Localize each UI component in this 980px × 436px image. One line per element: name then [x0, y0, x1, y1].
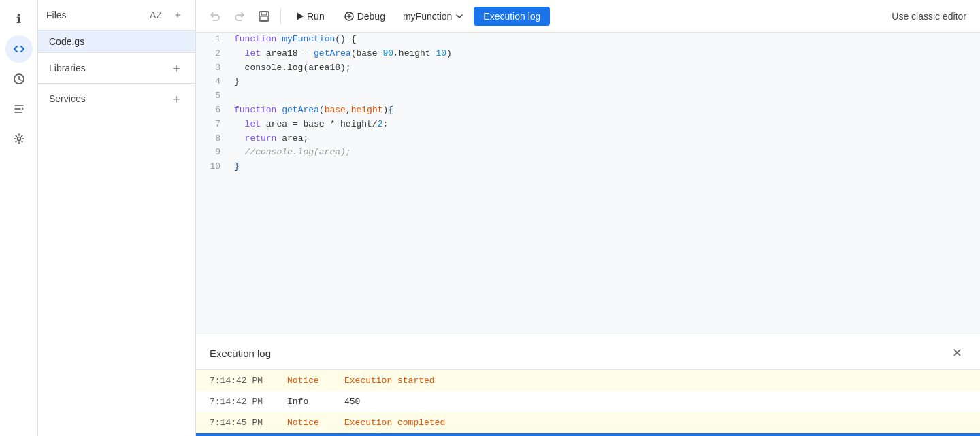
file-item-code-gs[interactable]: Code.gs [38, 31, 195, 52]
log-time-1: 7:14:42 PM [210, 375, 271, 386]
line-code[interactable]: //console.log(area); [229, 146, 980, 160]
run-label: Run [307, 11, 325, 22]
classic-editor-link[interactable]: Use classic editor [886, 8, 972, 24]
files-title: Files [46, 10, 67, 20]
log-message-2: 450 [344, 397, 360, 407]
libraries-label: Libraries [49, 63, 86, 73]
log-message-3: Execution completed [344, 418, 445, 428]
code-table: 1 function myFunction() { 2 let area18 =… [196, 33, 980, 174]
log-row-3: 7:14:45 PM Notice Execution completed [196, 412, 980, 433]
code-icon[interactable] [5, 35, 33, 63]
code-line-10: 10 } [196, 160, 980, 174]
code-line-1: 1 function myFunction() { [196, 33, 980, 47]
code-line-7: 7 let area = base * height/2; [196, 118, 980, 132]
sidebar-files-header: Files AZ ＋ [38, 0, 195, 31]
services-label: Services [49, 93, 86, 104]
line-code[interactable]: console.log(area18); [229, 61, 980, 76]
log-level-1: Notice [287, 375, 328, 386]
execution-log-header: Execution log ✕ [196, 335, 980, 370]
sidebar-header-icons: AZ ＋ [146, 5, 187, 24]
save-button[interactable] [253, 5, 275, 27]
add-file-label: ＋ [173, 9, 182, 21]
svg-marker-5 [297, 12, 304, 20]
code-line-6: 6 function getArea(base,height){ [196, 103, 980, 118]
line-number: 4 [196, 75, 229, 89]
log-time-2: 7:14:42 PM [210, 397, 271, 407]
execution-log-title: Execution log [210, 348, 271, 359]
line-number: 8 [196, 132, 229, 146]
code-editor[interactable]: 1 function myFunction() { 2 let area18 =… [196, 33, 980, 335]
add-library-button[interactable]: ＋ [168, 60, 184, 76]
code-line-5: 5 [196, 89, 980, 103]
code-line-3: 3 console.log(area18); [196, 61, 980, 76]
line-number: 1 [196, 33, 229, 47]
execution-log-label: Execution log [483, 11, 540, 22]
log-row-1: 7:14:42 PM Notice Execution started [196, 370, 980, 391]
line-number: 10 [196, 160, 229, 174]
code-line-9: 9 //console.log(area); [196, 146, 980, 160]
log-level-2: Info [287, 397, 328, 407]
sort-az-button[interactable]: AZ [146, 5, 165, 24]
line-number: 3 [196, 61, 229, 76]
classic-editor-label: Use classic editor [892, 11, 966, 22]
main-area: Run Debug myFunction Execution log Use c… [196, 0, 980, 436]
log-row-2: 7:14:42 PM Info 450 [196, 391, 980, 412]
function-selector[interactable]: myFunction [396, 7, 471, 26]
execution-log-rows: 7:14:42 PM Notice Execution started 7:14… [196, 370, 980, 433]
services-section[interactable]: Services ＋ [38, 83, 195, 114]
execution-log-button[interactable]: Execution log [474, 7, 550, 26]
log-time-3: 7:14:45 PM [210, 418, 271, 428]
run-button[interactable]: Run [287, 7, 333, 26]
libraries-section[interactable]: Libraries ＋ [38, 52, 195, 83]
triggers-icon[interactable] [5, 65, 33, 93]
settings-icon[interactable] [5, 125, 33, 152]
svg-point-1 [17, 137, 20, 141]
line-number: 6 [196, 103, 229, 118]
info-icon[interactable]: ℹ [5, 5, 33, 33]
code-line-4: 4 } [196, 75, 980, 89]
line-code[interactable]: function getArea(base,height){ [229, 103, 980, 118]
code-line-2: 2 let area18 = getArea(base=90,height=10… [196, 47, 980, 61]
svg-rect-4 [261, 16, 267, 21]
line-number: 9 [196, 146, 229, 160]
redo-button[interactable] [229, 5, 250, 27]
line-number: 5 [196, 89, 229, 103]
sidebar: Files AZ ＋ Code.gs Libraries ＋ Services … [38, 0, 196, 436]
line-code[interactable]: } [229, 75, 980, 89]
line-code[interactable]: let area18 = getArea(base=90,height=10) [229, 47, 980, 61]
line-code[interactable]: let area = base * height/2; [229, 118, 980, 132]
sort-az-label: AZ [150, 10, 162, 20]
log-message-1: Execution started [344, 375, 435, 386]
close-execution-log-button[interactable]: ✕ [947, 343, 966, 363]
toolbar-divider-1 [280, 8, 281, 24]
executions-icon[interactable] [5, 95, 33, 122]
line-number: 2 [196, 47, 229, 61]
execution-log-panel: Execution log ✕ 7:14:42 PM Notice Execut… [196, 335, 980, 436]
line-code[interactable]: return area; [229, 132, 980, 146]
file-name: Code.gs [49, 36, 84, 47]
icon-rail: ℹ [0, 0, 38, 436]
debug-label: Debug [357, 11, 385, 22]
line-code[interactable]: function myFunction() { [229, 33, 980, 47]
function-name: myFunction [403, 11, 452, 22]
line-number: 7 [196, 118, 229, 132]
execution-log-bottom-bar [196, 433, 980, 436]
line-code[interactable] [229, 89, 980, 103]
toolbar: Run Debug myFunction Execution log Use c… [196, 0, 980, 33]
line-code[interactable]: } [229, 160, 980, 174]
log-level-3: Notice [287, 418, 328, 428]
code-line-8: 8 return area; [196, 132, 980, 146]
undo-button[interactable] [204, 5, 226, 27]
debug-button[interactable]: Debug [336, 7, 393, 26]
add-service-button[interactable]: ＋ [168, 90, 184, 107]
add-file-button[interactable]: ＋ [168, 5, 187, 24]
